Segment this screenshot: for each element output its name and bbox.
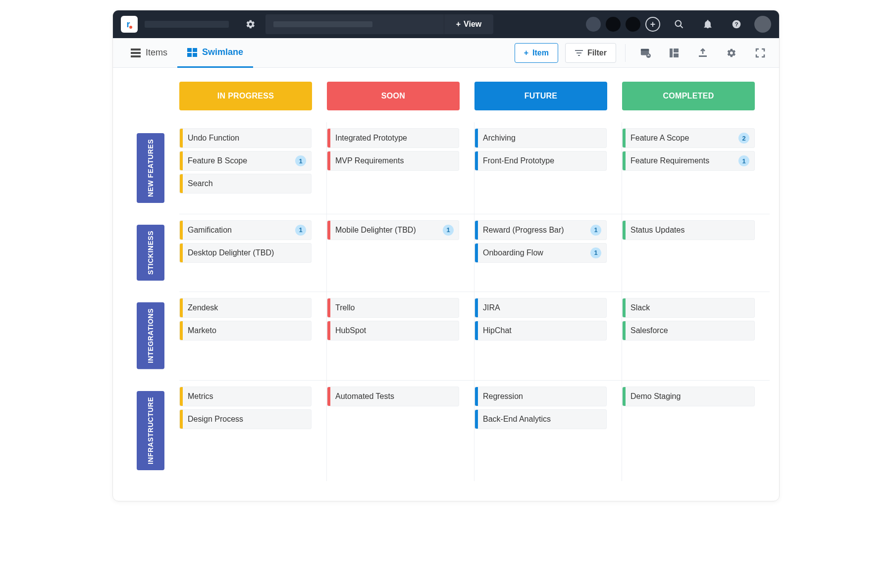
card[interactable]: Gamification1 [179, 220, 312, 240]
card[interactable]: Marketo [179, 321, 312, 341]
notifications-icon[interactable] [698, 19, 718, 29]
card[interactable]: Zendesk [179, 298, 312, 318]
add-view-button[interactable]: + View [444, 14, 493, 34]
swimlane-rows: NEW FEATURESUndo FunctionFeature B Scope… [137, 122, 764, 481]
lane-cell[interactable]: Undo FunctionFeature B Scope1Search [179, 122, 327, 214]
lane-cell[interactable]: Mobile Delighter (TBD)1 [327, 214, 474, 292]
settings-icon[interactable] [721, 43, 742, 63]
filter-icon [575, 49, 583, 56]
card[interactable]: Front-End Prototype [474, 151, 607, 171]
card[interactable]: Integrated Prototype [327, 128, 459, 148]
card[interactable]: Feature A Scope2 [622, 128, 755, 148]
card[interactable]: Status Updates [622, 220, 755, 240]
lane-cell[interactable]: Gamification1Desktop Delighter (TBD) [179, 214, 327, 292]
lane-cell[interactable]: Reward (Progress Bar)1Onboarding Flow1 [474, 214, 622, 292]
view-toolbar: Items Swimlane + Item Filter [113, 38, 779, 68]
column-header-soon[interactable]: SOON [327, 82, 460, 110]
card[interactable]: Feature Requirements1 [622, 151, 755, 171]
card[interactable]: Trello [327, 298, 459, 318]
card-title: MVP Requirements [335, 156, 404, 165]
app-logo[interactable]: r [121, 16, 138, 33]
card-title: Front-End Prototype [483, 156, 554, 165]
add-item-button[interactable]: + Item [515, 43, 558, 63]
svg-text:?: ? [735, 21, 738, 27]
plus-icon: + [524, 49, 528, 57]
user-avatar[interactable] [754, 16, 771, 33]
lane-label[interactable]: NEW FEATURES [137, 133, 164, 203]
card-badge: 1 [738, 155, 749, 166]
card[interactable]: HipChat [474, 321, 607, 341]
search-placeholder [273, 21, 372, 27]
lane-cell[interactable]: ArchivingFront-End Prototype [474, 122, 622, 214]
card-stripe [327, 321, 330, 340]
tab-items[interactable]: Items [121, 38, 177, 68]
lane-cell[interactable]: Automated Tests [327, 380, 474, 481]
svg-rect-13 [699, 55, 707, 57]
tab-swimlane[interactable]: Swimlane [177, 38, 253, 68]
lane: STICKINESSGamification1Desktop Delighter… [137, 214, 764, 292]
card[interactable]: JIRA [474, 298, 607, 318]
lane-cell[interactable]: JIRAHipChat [474, 292, 622, 380]
card[interactable]: Search [179, 174, 312, 194]
lane-cell[interactable]: SlackSalesforce [622, 292, 770, 380]
layout-toggle-icon[interactable] [663, 43, 685, 63]
column-header-future[interactable]: FUTURE [474, 82, 607, 110]
lane-cell[interactable]: Demo Staging [622, 380, 770, 481]
card[interactable]: Regression [474, 387, 607, 406]
card-title: JIRA [483, 303, 500, 312]
card-title: Trello [335, 303, 355, 312]
app-window: r + View + ? [112, 10, 780, 501]
card[interactable]: Feature B Scope1 [179, 151, 312, 171]
presence-avatar-3[interactable] [626, 17, 640, 32]
card-stripe [475, 298, 478, 317]
column-header-in_progress[interactable]: IN PROGRESS [179, 82, 312, 110]
card[interactable]: Archiving [474, 128, 607, 148]
add-item-label: Item [532, 49, 549, 57]
card[interactable]: Reward (Progress Bar)1 [474, 220, 607, 240]
workspace-settings-icon[interactable] [246, 19, 256, 29]
lane-cell[interactable]: Integrated PrototypeMVP Requirements [327, 122, 474, 214]
lane-label[interactable]: INFRASTRUCTURE [137, 391, 164, 470]
svg-rect-8 [641, 49, 649, 50]
card[interactable]: Onboarding Flow1 [474, 243, 607, 263]
card[interactable]: HubSpot [327, 321, 459, 341]
card[interactable]: Slack [622, 298, 755, 318]
search-icon[interactable] [669, 19, 689, 29]
card-title: Metrics [188, 392, 213, 401]
card[interactable]: Back-End Analytics [474, 409, 607, 429]
card-title: Mobile Delighter (TBD) [335, 226, 416, 235]
global-search[interactable]: + View [265, 14, 493, 34]
lane-label[interactable]: STICKINESS [137, 225, 164, 281]
lane-cell[interactable]: MetricsDesign Process [179, 380, 327, 481]
help-icon[interactable]: ? [727, 19, 746, 29]
lane-cell[interactable]: TrelloHubSpot [327, 292, 474, 380]
lane-cell[interactable]: RegressionBack-End Analytics [474, 380, 622, 481]
card[interactable]: MVP Requirements [327, 151, 459, 171]
card[interactable]: Automated Tests [327, 387, 459, 406]
presence-avatar-2[interactable] [606, 17, 621, 32]
presence-avatar-1[interactable] [586, 17, 601, 32]
lane-cell[interactable]: Feature A Scope2Feature Requirements1 [622, 122, 770, 214]
card[interactable]: Demo Staging [622, 387, 755, 406]
share-link-icon[interactable] [634, 43, 656, 63]
card-title: Regression [483, 392, 523, 401]
fullscreen-icon[interactable] [749, 43, 771, 63]
export-icon[interactable] [692, 43, 714, 63]
card[interactable]: Salesforce [622, 321, 755, 341]
column-header-completed[interactable]: COMPLETED [622, 82, 755, 110]
filter-button[interactable]: Filter [565, 43, 616, 63]
workspace-name-placeholder[interactable] [145, 21, 229, 28]
lane-cell[interactable]: Status Updates [622, 214, 770, 292]
invite-button[interactable]: + [645, 17, 660, 32]
card[interactable]: Design Process [179, 409, 312, 429]
card-title: Desktop Delighter (TBD) [188, 248, 274, 257]
card-stripe [475, 387, 478, 406]
card-stripe [180, 321, 183, 340]
card[interactable]: Mobile Delighter (TBD)1 [327, 220, 459, 240]
card[interactable]: Metrics [179, 387, 312, 406]
card-title: Feature Requirements [630, 156, 709, 165]
card[interactable]: Desktop Delighter (TBD) [179, 243, 312, 263]
card[interactable]: Undo Function [179, 128, 312, 148]
lane-cell[interactable]: ZendeskMarketo [179, 292, 327, 380]
lane-label[interactable]: INTEGRATIONS [137, 302, 164, 369]
